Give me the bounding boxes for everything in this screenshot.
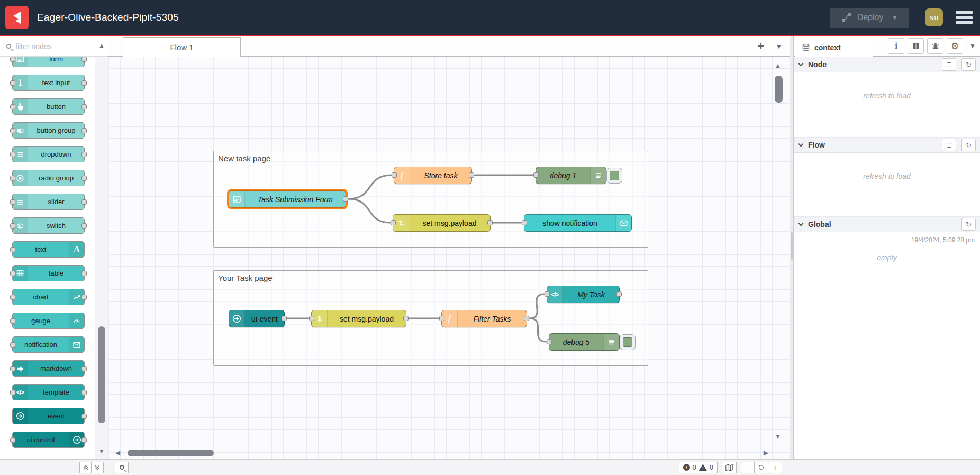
navigator-button[interactable] xyxy=(722,462,737,473)
input-port[interactable] xyxy=(522,220,527,225)
input-port[interactable] xyxy=(533,172,539,178)
debug-tab-button[interactable] xyxy=(927,38,943,54)
output-port[interactable] xyxy=(81,57,87,62)
input-port[interactable] xyxy=(10,80,15,86)
palette-node-button-group[interactable]: button group xyxy=(12,122,85,139)
output-port[interactable] xyxy=(487,220,493,225)
input-port[interactable] xyxy=(10,390,15,395)
refresh-button[interactable]: ↻ xyxy=(961,58,976,71)
palette-node-event[interactable]: event xyxy=(12,408,85,424)
palette-search[interactable] xyxy=(0,36,108,57)
debug-toggle-button[interactable] xyxy=(620,334,636,350)
output-port[interactable] xyxy=(81,152,87,157)
canvas-scroll-up-icon[interactable]: ▲ xyxy=(775,62,781,69)
palette-node-table[interactable]: table xyxy=(12,265,85,281)
flow-node-ui-event[interactable]: ui-event xyxy=(229,310,285,327)
palette-collapse-all-button[interactable] xyxy=(79,462,92,473)
output-port[interactable] xyxy=(81,366,87,371)
input-port[interactable] xyxy=(10,57,15,62)
flow-node-show-notification[interactable]: show notification xyxy=(524,214,632,232)
input-port[interactable] xyxy=(309,316,314,321)
palette-node-text[interactable]: Atext xyxy=(12,241,85,258)
output-port[interactable] xyxy=(524,316,529,321)
input-port[interactable] xyxy=(391,220,396,225)
user-avatar[interactable]: su xyxy=(925,8,943,26)
wire[interactable] xyxy=(530,318,546,342)
refresh-button[interactable]: ↻ xyxy=(961,218,976,231)
help-tab-button[interactable] xyxy=(908,38,924,54)
separator-scrollbar-thumb[interactable] xyxy=(791,232,793,260)
output-port[interactable] xyxy=(616,291,622,297)
output-port[interactable] xyxy=(81,390,87,395)
flow-node-Task-Submission-Form[interactable]: Task Submission Form xyxy=(229,190,346,208)
tab-context[interactable]: context xyxy=(795,38,873,57)
palette-node-notification[interactable]: notification xyxy=(12,336,85,353)
context-section-header-global[interactable]: Global↻ xyxy=(794,216,980,232)
search-flows-button[interactable] xyxy=(115,462,129,473)
palette-node-ui-control[interactable]: ui control xyxy=(12,432,85,448)
output-port[interactable] xyxy=(81,437,87,443)
canvas-scroll-right-icon[interactable]: ▶ xyxy=(764,450,768,456)
deploy-button[interactable]: Deploy ▼ xyxy=(830,8,909,28)
input-port[interactable] xyxy=(10,199,15,205)
input-port[interactable] xyxy=(392,172,397,178)
canvas-scroll-down-icon[interactable]: ▼ xyxy=(775,433,781,440)
canvas-vscrollbar-thumb[interactable] xyxy=(775,76,783,103)
palette-node-markdown[interactable]: markdown xyxy=(12,360,85,377)
sidebar-options-chevron-icon[interactable]: ▼ xyxy=(969,42,976,50)
palette-scroll-down-icon[interactable]: ▼ xyxy=(98,448,105,454)
zoom-in-button[interactable]: + xyxy=(768,462,782,473)
input-port[interactable] xyxy=(10,437,15,443)
output-port[interactable] xyxy=(81,80,87,86)
flow-node-debug-5[interactable]: debug 5 xyxy=(549,333,620,351)
deploy-options-chevron-icon[interactable]: ▼ xyxy=(892,14,897,21)
output-port[interactable] xyxy=(282,316,287,321)
palette-node-radio-group[interactable]: radio group xyxy=(12,170,85,186)
sidebar-resize-handle[interactable] xyxy=(790,36,794,459)
output-port[interactable] xyxy=(81,104,87,109)
tab-flow-1[interactable]: Flow 1 xyxy=(123,37,241,57)
settings-tab-button[interactable]: ⚙ xyxy=(947,38,963,54)
info-tab-button[interactable]: i xyxy=(888,38,904,54)
input-port[interactable] xyxy=(10,295,15,300)
palette-scrollbar-thumb[interactable] xyxy=(98,326,105,423)
refresh-button[interactable]: ↻ xyxy=(961,139,976,151)
output-port[interactable] xyxy=(343,196,348,202)
output-port[interactable] xyxy=(81,414,87,419)
output-port[interactable] xyxy=(81,295,87,300)
output-port[interactable] xyxy=(403,316,409,321)
notification-counts[interactable]: ! 0 0 xyxy=(679,462,718,473)
flow-list-chevron-icon[interactable]: ▼ xyxy=(776,43,782,50)
palette-node-template[interactable]: </>template xyxy=(12,384,85,400)
palette-node-chart[interactable]: chart xyxy=(12,289,85,305)
flow-canvas[interactable]: ▲ ▼ ◀ ▶ New task pageYour Task pageTask … xyxy=(108,57,790,459)
main-menu-icon[interactable] xyxy=(956,11,973,24)
palette-scroll-up-icon[interactable]: ▲ xyxy=(98,42,105,49)
input-port[interactable] xyxy=(10,223,15,229)
zoom-out-button[interactable]: − xyxy=(741,462,755,473)
watch-values-button[interactable] xyxy=(942,139,956,151)
input-port[interactable] xyxy=(10,176,15,181)
palette-node-button[interactable]: button xyxy=(12,98,85,115)
canvas-scroll-left-icon[interactable]: ◀ xyxy=(115,450,120,456)
output-port[interactable] xyxy=(81,176,87,181)
context-section-header-node[interactable]: Node↻ xyxy=(794,57,980,72)
output-port[interactable] xyxy=(469,172,474,178)
watch-values-button[interactable] xyxy=(942,58,956,71)
flow-node-My-Task[interactable]: </>My Task xyxy=(547,286,620,303)
input-port[interactable] xyxy=(10,128,15,133)
input-port[interactable] xyxy=(545,291,550,297)
wire[interactable] xyxy=(349,199,390,223)
input-port[interactable] xyxy=(10,366,15,371)
zoom-reset-button[interactable] xyxy=(755,462,768,473)
canvas-hscrollbar-thumb[interactable] xyxy=(128,450,214,456)
input-port[interactable] xyxy=(10,247,15,252)
wire[interactable] xyxy=(349,175,391,199)
input-port[interactable] xyxy=(10,318,15,324)
flow-node-set-msg-payload[interactable]: set msg.payload xyxy=(393,214,491,232)
output-port[interactable] xyxy=(81,128,87,133)
flow-node-Store-task[interactable]: ƒStore task xyxy=(394,167,472,184)
output-port[interactable] xyxy=(81,223,87,229)
wire[interactable] xyxy=(530,294,544,318)
input-port[interactable] xyxy=(10,152,15,157)
